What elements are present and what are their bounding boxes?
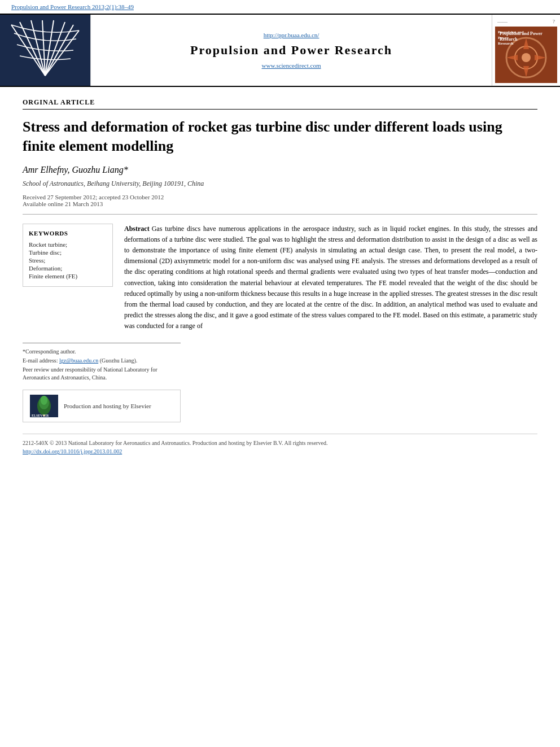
article-content: ORGINAL ARTICLE Stress and deformation o…: [0, 87, 560, 467]
corresponding-author: *Corresponding author.: [23, 348, 181, 356]
journal-url[interactable]: http://ppr.buaa.edu.cn/: [264, 32, 320, 38]
email-name: (Guozhu Liang).: [100, 357, 138, 364]
abstract-label: Abstract: [124, 225, 150, 233]
email-link[interactable]: lgz@buaa.edu.cn: [59, 357, 98, 364]
journal-header-center: http://ppr.buaa.edu.cn/ Propulsion and P…: [90, 15, 492, 86]
authors: Amr Elhefny, Guozhu Liang*: [23, 165, 537, 175]
svg-point-20: [41, 396, 47, 405]
available-date: Available online 21 March 2013: [23, 200, 537, 207]
copyright-line2[interactable]: http://dx.doi.org/10.1016/j.jppr.2013.01…: [23, 447, 537, 456]
copyright-footer: 2212-540X © 2013 National Laboratory for…: [23, 434, 537, 456]
elsevier-text: Production and hosting by Elsevier: [64, 403, 151, 409]
elsevier-logo: ELSEVIER: [30, 395, 58, 417]
affiliation: School of Astronautics, Beihang Universi…: [23, 180, 537, 188]
abstract-section: AbstractGas turbine discs have numerous …: [124, 224, 537, 332]
article-title: Stress and deformation of rocket gas tur…: [23, 117, 537, 156]
elsevier-box: ELSEVIER Production and hosting by Elsev…: [23, 390, 181, 422]
email-line: E-mail address: lgz@buaa.edu.cn (Guozhu …: [23, 357, 181, 365]
abstract-body: Gas turbine discs have numerous applicat…: [124, 225, 537, 330]
svg-text:Research: Research: [498, 41, 514, 46]
sciencedirect-url[interactable]: www.sciencedirect.com: [262, 62, 321, 69]
keyword-3: Stress;: [29, 257, 107, 264]
article-type: ORGINAL ARTICLE: [23, 98, 537, 110]
email-label: E-mail address:: [23, 357, 58, 364]
main-body: KEYWORDS Rocket turbine; Turbine disc; S…: [23, 224, 537, 332]
authors-text: Amr Elhefny, Guozhu Liang*: [23, 165, 128, 174]
cover-top-bar: —— ?: [495, 18, 557, 25]
journal-cover-right: —— ? Propulsion and Power Research Propu…: [492, 15, 560, 86]
keyword-4: Deformation;: [29, 265, 107, 272]
keywords-title: KEYWORDS: [29, 230, 107, 237]
journal-logo-left: [0, 15, 90, 86]
journal-cover-image: Propulsion and Power Research Propulsion…: [495, 27, 557, 83]
keyword-1: Rocket turbine;: [29, 241, 107, 248]
keyword-2: Turbine disc;: [29, 249, 107, 256]
svg-point-12: [522, 53, 531, 62]
keywords-box: KEYWORDS Rocket turbine; Turbine disc; S…: [23, 224, 113, 287]
footnotes-section: *Corresponding author. E-mail address: l…: [23, 343, 181, 382]
copyright-line1: 2212-540X © 2013 National Laboratory for…: [23, 439, 537, 447]
peer-review: Peer review under responsibility of Nati…: [23, 366, 181, 382]
abstract-text: AbstractGas turbine discs have numerous …: [124, 224, 537, 332]
keyword-5: Finite element (FE): [29, 273, 107, 279]
journal-title: Propulsion and Power Research: [190, 43, 392, 58]
received-date: Received 27 September 2012; accepted 23 …: [23, 194, 537, 200]
dates: Received 27 September 2012; accepted 23 …: [23, 194, 537, 215]
cover-label: Propulsion and Power Research: [500, 31, 557, 42]
citation-link[interactable]: Propulsion and Power Research 2013;2(1):…: [0, 0, 560, 14]
svg-text:ELSEVIER: ELSEVIER: [32, 414, 49, 417]
journal-header: http://ppr.buaa.edu.cn/ Propulsion and P…: [0, 14, 560, 87]
